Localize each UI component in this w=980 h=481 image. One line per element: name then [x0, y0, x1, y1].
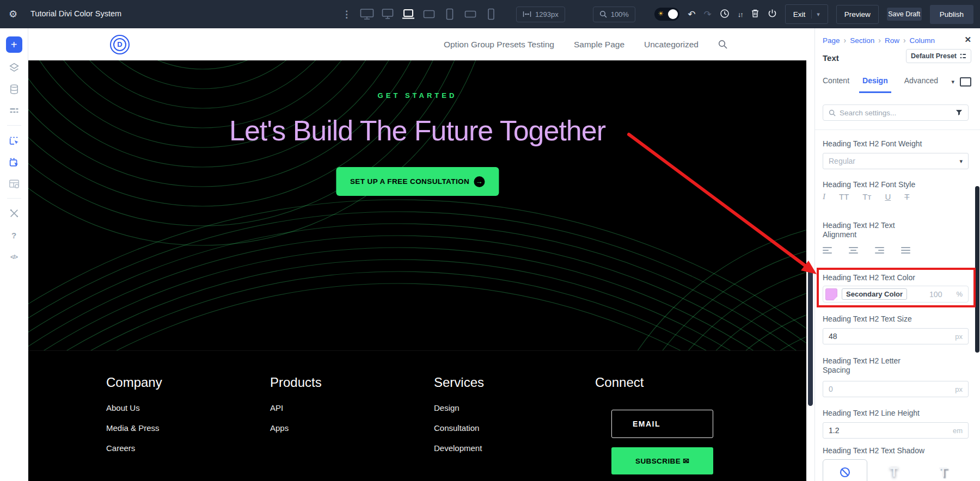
- preview-scrollbar-thumb[interactable]: [808, 268, 813, 406]
- panel-options-caret-icon[interactable]: ▾: [951, 78, 954, 85]
- device-phone-landscape-icon[interactable]: [463, 7, 477, 21]
- panel-scrollbar-thumb[interactable]: [975, 186, 979, 353]
- zoom-magnifier-icon: [599, 10, 607, 18]
- footer-link[interactable]: Apps: [270, 423, 289, 433]
- builder-left-toolbar: + ? </>: [0, 28, 28, 481]
- code-icon[interactable]: </>: [7, 250, 21, 264]
- breadcrumb-column[interactable]: Column: [910, 36, 935, 45]
- italic-icon[interactable]: I: [823, 192, 825, 201]
- portability-icon[interactable]: [768, 9, 777, 20]
- device-tablet-landscape-icon[interactable]: [421, 7, 436, 21]
- footer-link[interactable]: Design: [434, 403, 460, 412]
- align-justify-icon[interactable]: [901, 247, 910, 254]
- text-size-field[interactable]: 48 px: [823, 328, 969, 344]
- chevron-icon: ›: [844, 36, 847, 45]
- layout-settings-icon[interactable]: [7, 177, 21, 191]
- font-weight-select[interactable]: Regular ▾: [823, 153, 969, 169]
- text-shadow-hard-option[interactable]: T: [921, 459, 965, 481]
- select-module-icon[interactable]: [7, 133, 21, 147]
- device-desktop-xl-icon[interactable]: [359, 7, 374, 21]
- filter-funnel-icon[interactable]: [955, 109, 963, 116]
- more-options-icon[interactable]: ⋮: [342, 9, 351, 20]
- theme-toggle[interactable]: ☀: [654, 8, 679, 21]
- panel-expand-icon[interactable]: [960, 77, 971, 87]
- site-logo[interactable]: D: [110, 35, 130, 54]
- letter-spacing-field[interactable]: 0 px: [823, 381, 969, 397]
- email-field[interactable]: [611, 410, 713, 438]
- default-preset-button[interactable]: Default Preset: [906, 49, 971, 63]
- align-left-icon[interactable]: [823, 247, 832, 254]
- redo-icon[interactable]: ↷: [703, 10, 711, 19]
- page-settings-gear-icon[interactable]: ⚙: [9, 8, 17, 20]
- footer-link[interactable]: Consultation: [434, 423, 479, 433]
- uppercase-icon[interactable]: TT: [839, 192, 849, 201]
- color-opacity-unit: %: [956, 290, 963, 298]
- page-preview-canvas: D Option Group Presets Testing Sample Pa…: [28, 28, 806, 481]
- history-icon[interactable]: [720, 9, 730, 20]
- subscribe-button[interactable]: SUBSCRIBE ✉: [611, 447, 713, 474]
- color-value-chip[interactable]: Secondary Color: [842, 288, 907, 300]
- font-weight-label: Heading Text H2 Font Weight: [823, 139, 929, 149]
- zoom-control[interactable]: 100%: [593, 7, 635, 22]
- tools-icon[interactable]: [7, 206, 21, 220]
- text-alignment-options: [823, 247, 969, 254]
- close-panel-icon[interactable]: ✕: [964, 35, 971, 45]
- footer-link[interactable]: Development: [434, 443, 482, 453]
- publish-button[interactable]: Publish: [930, 5, 973, 24]
- device-phone-icon[interactable]: [483, 7, 498, 21]
- viewport-width-control[interactable]: 1293px: [516, 7, 565, 22]
- builder-topbar: ⚙ Tutorial Divi Color System ⋮ 1293px: [0, 0, 980, 28]
- module-settings-panel: Page › Section › Row › Column ✕ Text Def…: [814, 28, 980, 481]
- smallcaps-icon[interactable]: Tᴛ: [862, 192, 871, 201]
- sun-icon: ☀: [658, 10, 664, 17]
- site-search-icon[interactable]: [718, 40, 727, 49]
- device-desktop-icon[interactable]: [380, 7, 395, 21]
- line-height-field[interactable]: 1.2 em: [823, 422, 969, 439]
- device-tablet-icon[interactable]: [442, 7, 457, 21]
- tab-advanced[interactable]: Advanced: [904, 76, 938, 93]
- nav-link-sample-page[interactable]: Sample Page: [574, 40, 624, 50]
- exit-button[interactable]: Exit ▾: [785, 4, 828, 24]
- text-color-label: Heading Text H2 Text Color: [823, 273, 929, 282]
- undo-icon[interactable]: ↶: [688, 10, 695, 19]
- settings-search-input[interactable]: [840, 109, 952, 117]
- breadcrumb-row[interactable]: Row: [885, 36, 899, 45]
- align-center-icon[interactable]: [849, 247, 858, 254]
- multi-select-icon[interactable]: [7, 155, 21, 169]
- save-draft-button[interactable]: Save Draft: [887, 8, 922, 21]
- add-module-button[interactable]: +: [6, 36, 22, 53]
- wireframe-view-icon[interactable]: [7, 104, 21, 118]
- footer-link[interactable]: About Us: [106, 403, 140, 412]
- footer-link[interactable]: Media & Press: [106, 423, 160, 433]
- nav-link-uncategorized[interactable]: Uncategorized: [644, 40, 699, 50]
- footer-heading-services: Services: [434, 375, 484, 390]
- help-icon[interactable]: ?: [7, 228, 21, 242]
- site-nav: Option Group Presets Testing Sample Page…: [444, 40, 727, 50]
- tab-content[interactable]: Content: [823, 76, 849, 93]
- underline-icon[interactable]: U: [885, 192, 891, 201]
- preview-button[interactable]: Preview: [836, 5, 879, 24]
- align-right-icon[interactable]: [875, 247, 884, 254]
- footer-link[interactable]: API: [270, 403, 283, 412]
- breadcrumb-section[interactable]: Section: [850, 36, 874, 45]
- tab-design[interactable]: Design: [859, 76, 891, 93]
- trash-icon[interactable]: [751, 9, 759, 20]
- color-opacity-value[interactable]: 100: [929, 290, 942, 299]
- exit-caret-icon[interactable]: ▾: [817, 11, 820, 18]
- footer-link[interactable]: Careers: [106, 443, 135, 453]
- text-shadow-none-option[interactable]: [823, 459, 867, 481]
- consultation-cta-button[interactable]: SET UP A FREE CONSULTATION →: [336, 167, 499, 196]
- hero-heading[interactable]: Let's Build The Future Together: [28, 114, 806, 147]
- device-laptop-icon-active[interactable]: [401, 7, 415, 21]
- sort-arrows-icon[interactable]: ↓↑: [738, 11, 743, 18]
- text-shadow-soft-option[interactable]: T: [872, 459, 916, 481]
- logo-letter: D: [113, 38, 126, 51]
- color-swatch[interactable]: [825, 288, 837, 300]
- text-color-field[interactable]: Secondary Color 100 %: [823, 286, 969, 303]
- layers-icon[interactable]: [7, 60, 21, 75]
- hero-eyebrow: GET STARTED: [28, 91, 806, 100]
- breadcrumb-page[interactable]: Page: [823, 36, 840, 45]
- nav-link-option-group[interactable]: Option Group Presets Testing: [444, 40, 554, 50]
- database-icon[interactable]: [7, 82, 21, 96]
- strikethrough-icon[interactable]: T: [904, 192, 909, 201]
